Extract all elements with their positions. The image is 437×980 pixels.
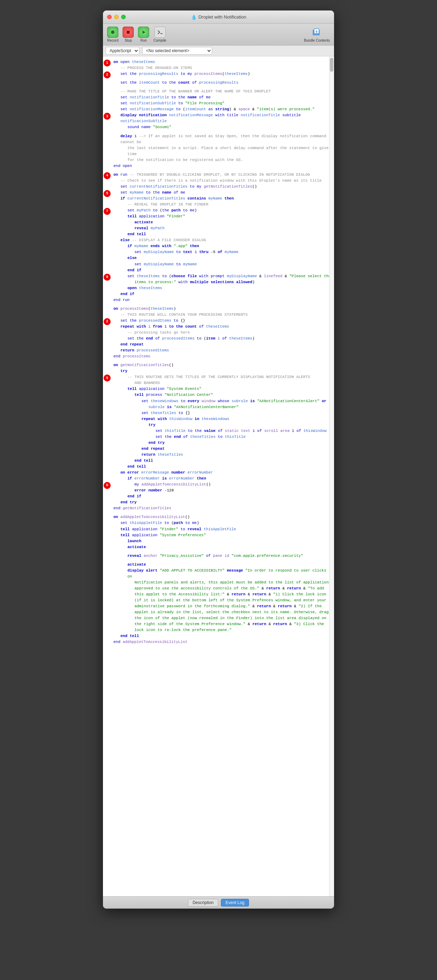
code-line: end repeat xyxy=(113,342,331,348)
code-line: tell application "System Preferences" xyxy=(113,532,331,538)
compile-button[interactable]: Compile xyxy=(153,27,166,42)
scrollbar[interactable] xyxy=(329,56,334,896)
code-line: return processedItems xyxy=(113,348,331,353)
bundle-icon xyxy=(311,27,322,38)
code-line: reveal myPath xyxy=(113,225,331,231)
code-line: on processItems(theseItems) xyxy=(113,306,331,312)
droplet-icon: 💧 xyxy=(191,14,197,20)
code-line: set notificationMessage to (itemCount as… xyxy=(113,107,331,112)
stop-button[interactable]: Stop xyxy=(123,27,134,42)
code-line: reveal anchor "Privacy_Assistive" of pan… xyxy=(113,553,331,559)
code-line: end try xyxy=(113,440,331,446)
code-line: set theseTitles to {} xyxy=(113,410,331,416)
code-line: tell application "Finder" to reveal this… xyxy=(113,527,331,532)
badge-7: 7 xyxy=(104,208,111,215)
code-line: tell application "Finder" xyxy=(113,213,331,220)
code-line: -- MAKE THE TITLE OF THE BANNER OR ALERT… xyxy=(113,89,331,94)
badge-2b: 2 xyxy=(104,318,111,325)
code-line: end run xyxy=(113,297,331,303)
code-line: set the end of processedItems to (item i… xyxy=(113,336,331,342)
badge-5: 5 xyxy=(104,190,111,197)
code-line: tell process "Notification Center" xyxy=(113,392,331,398)
element-select[interactable]: <No selected element> xyxy=(142,47,212,55)
code-line: repeat with thisWindow in theseWindows xyxy=(113,416,331,422)
code-line: end repeat xyxy=(113,446,331,452)
code-line: end if xyxy=(113,493,331,500)
code-line: activate xyxy=(113,562,331,568)
badge-2: 2 xyxy=(104,72,111,78)
code-line: set notificationTitle to the name of me xyxy=(113,94,331,100)
code-line: -- check to see if there is a notificati… xyxy=(113,178,331,184)
code-line: set thisTitle to the value of static tex… xyxy=(113,428,331,434)
code-line: on addAppletToAccessibilityList() xyxy=(113,514,331,520)
stop-icon xyxy=(123,27,134,38)
code-line: items to process:" with multiple selecti… xyxy=(113,279,331,285)
badge-6: 6 xyxy=(104,482,111,489)
code-line: else -- DISPLAY A FILE CHOOSER DIALOG xyxy=(113,237,331,243)
svg-point-0 xyxy=(111,30,115,34)
event-log-tab[interactable]: Event Log xyxy=(221,899,249,907)
code-line: end if xyxy=(113,267,331,274)
compile-icon xyxy=(155,27,166,38)
code-line: if myName ends with ".app" then xyxy=(113,243,331,249)
traffic-lights[interactable] xyxy=(107,15,126,19)
scroll-thumb[interactable] xyxy=(330,58,333,72)
code-line: set currentNotificationTitles to my getN… xyxy=(113,184,331,190)
code-line: repeat with i from 1 to the count of the… xyxy=(113,324,331,330)
run-button[interactable]: Run xyxy=(138,27,149,42)
code-line: activate xyxy=(113,220,331,225)
toolbar: Record Stop Run Compile xyxy=(103,24,334,46)
code-line: end addAppletToAccessibilityList xyxy=(113,639,331,645)
code-line: try xyxy=(113,368,331,374)
badge-8: 8 xyxy=(104,274,111,281)
record-icon xyxy=(107,27,118,38)
close-button[interactable] xyxy=(107,15,112,19)
code-line: end if xyxy=(113,291,331,297)
code-line: else xyxy=(113,255,331,261)
title-bar: 💧 Droplet with Notification xyxy=(103,11,334,24)
code-line: try xyxy=(113,422,331,428)
code-line: set the end of theseTitles to thisTitle xyxy=(113,434,331,440)
code-line: end getNotificationTitles xyxy=(113,505,331,511)
code-editor[interactable]: 1 on open theseItems -- PROCESS THE DRAG… xyxy=(103,56,334,896)
code-line: set thisAppletFile to (path to me) xyxy=(113,520,331,526)
svg-rect-1 xyxy=(127,31,129,33)
code-line: -- PROCESS THE DRAGGED-ON ITEMS xyxy=(113,65,331,71)
code-line: on error errorMessage number errorNumber xyxy=(113,470,331,476)
code-line: set the itemCount to the count of proces… xyxy=(113,80,331,86)
code-line: delay 1 --> If an applet is not saved as… xyxy=(113,134,331,145)
code-line: end tell xyxy=(113,464,331,470)
code-line: for the notification to be registered wi… xyxy=(113,157,331,163)
code-line: AND BANNERS xyxy=(113,380,331,386)
code-line: if currentNotificationTitles contains my… xyxy=(113,196,331,202)
code-line: set myDisplayName to myName xyxy=(113,261,331,267)
svg-marker-2 xyxy=(142,30,145,34)
code-line: activate xyxy=(113,544,331,550)
code-line: display alert "ADD APPLET TO ACCESSIBILT… xyxy=(113,568,331,580)
window-title: 💧 Droplet with Notification xyxy=(191,14,247,20)
code-line: end processItems xyxy=(113,353,331,360)
code-line: Notification panels and alerts, this app… xyxy=(113,580,331,633)
code-line: -- REVEAL THE DROPLET IN THE FINDER xyxy=(113,202,331,208)
language-select[interactable]: AppleScript xyxy=(106,47,139,55)
minimize-button[interactable] xyxy=(114,15,119,19)
code-line: -- processing tasks go here xyxy=(113,330,331,336)
code-line: the last statement in a script. Place a … xyxy=(113,145,331,157)
bundle-contents-button[interactable]: Bundle Contents xyxy=(304,27,330,42)
code-line: return theseTitles xyxy=(113,452,331,458)
code-line: if errorNumber is errorNumber then xyxy=(113,476,331,482)
code-line: end try xyxy=(113,500,331,505)
code-line: on open theseItems xyxy=(113,59,331,65)
description-tab[interactable]: Description xyxy=(188,899,218,907)
main-window: 💧 Droplet with Notification Record Stop … xyxy=(103,11,334,908)
record-button[interactable]: Record xyxy=(107,27,118,42)
code-line: set theseWindows to every window whose s… xyxy=(113,398,331,404)
code-line: end tell xyxy=(113,633,331,639)
badge-5b: 5 xyxy=(104,374,111,382)
code-line: end open xyxy=(113,163,331,169)
badge-3: 3 xyxy=(104,113,111,120)
code-line: tell application "System Events" xyxy=(113,386,331,392)
maximize-button[interactable] xyxy=(121,15,126,19)
code-line: launch xyxy=(113,538,331,544)
code-line: open theseItems xyxy=(113,285,331,291)
